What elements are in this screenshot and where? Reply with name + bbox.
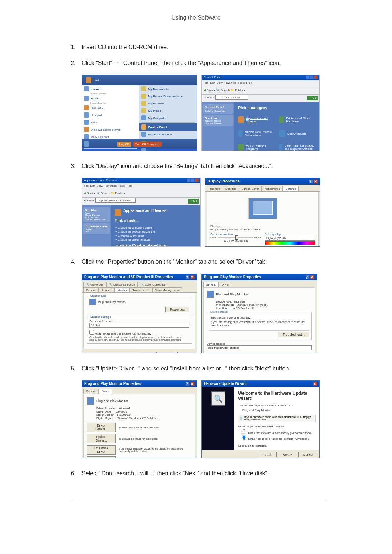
go-button[interactable]: → Go [307, 96, 318, 100]
tab-troubleshoot[interactable]: Troubleshoot [130, 287, 152, 292]
mg-tabs: General Driver [202, 280, 317, 287]
properties-button[interactable]: Properties [165, 307, 189, 312]
advanced-button[interactable]: Advanced [291, 246, 315, 247]
sm-item-wmp[interactable]: Windows Media Player [82, 126, 139, 133]
cp-cat-addremove[interactable]: Add or Remove Programs [238, 144, 275, 151]
tab-themes[interactable]: Themes [207, 186, 222, 191]
sm-item-music[interactable]: My Music [139, 107, 197, 114]
username: park [94, 79, 99, 82]
color-quality-select[interactable]: Highest (32 bit) [265, 236, 315, 241]
screenshot-row-3: Plug and Play Monitor and 3D Prophet III… [82, 274, 327, 353]
step-3: 3. Click "Display" icon and choose the "… [71, 162, 327, 171]
cp-body: Control Panel Switch to Classic View See… [202, 102, 319, 151]
am-tabs1: 🔧 GeForce3 🔧 Device Selection 🔧 Color Co… [82, 280, 197, 287]
back-button[interactable]: < Back [257, 452, 277, 457]
close-buttons[interactable]: ?✕ [185, 275, 195, 279]
am-title: Plug and Play Monitor and 3D Prophet III… [82, 274, 197, 280]
start-button[interactable]: start [85, 150, 91, 151]
rollback-button[interactable]: Roll Back Driver [87, 445, 116, 455]
dp-display-value: Plug and Play Monitor on 3D Prophet III [210, 228, 315, 231]
screenshot-row-1: park Internet Internet Explorer E-mail O… [82, 75, 327, 151]
update-driver-button[interactable]: Update Driver... [87, 434, 116, 443]
content-area: 1. Insert CD into the CD-ROM drive. 2. C… [0, 43, 392, 478]
cp-cat-network[interactable]: Network and Internet Connections [238, 130, 275, 137]
tab-geforce[interactable]: 🔧 GeForce3 [83, 282, 106, 287]
cp-toolbar: File Edit View Favorites Tools Help [202, 80, 319, 87]
tab-appearance[interactable]: Appearance [262, 186, 283, 191]
sm-item-mycomp[interactable]: My Computer [139, 114, 197, 122]
tab-driver[interactable]: Driver [219, 282, 232, 287]
hide-modes-check[interactable] [89, 330, 94, 335]
step-6: 6. Select "Don't search, I will..." then… [71, 469, 327, 478]
usage-select[interactable]: Use this device (enable) [207, 345, 312, 350]
logoff-button[interactable]: Log Off [117, 142, 131, 147]
sm-item-mydocs[interactable]: My Documents [139, 85, 197, 93]
cp-address: ◀ Back ▸ 🔍 Search 📁 Folders [202, 87, 319, 95]
sm-item-printers[interactable]: Printers and Faxes [139, 131, 197, 138]
close-buttons[interactable]: ?✕ [309, 179, 318, 184]
wizard-icon: 🔍 [211, 391, 225, 406]
sm-item-paint[interactable]: Paint [82, 119, 139, 126]
close-buttons[interactable]: ?✕ [305, 275, 314, 279]
sm-item-email[interactable]: E-mail [82, 95, 139, 102]
tab-general[interactable]: General [203, 282, 219, 287]
window-buttons[interactable] [187, 178, 199, 183]
screenshot-row-4: Plug and Play Monitor Properties ?✕ Gene… [82, 380, 327, 458]
monitor-icon [207, 291, 214, 298]
refresh-select[interactable]: 60 Hertz [89, 323, 189, 328]
cancel-button[interactable]: Cancel [298, 452, 318, 457]
resolution-slider[interactable] [218, 237, 253, 238]
ok-button[interactable]: OK [141, 352, 155, 353]
tab-colorcorr[interactable]: 🔧 Color Correction [138, 282, 168, 287]
troubleshoot-button[interactable]: Troubleshoot... [278, 332, 309, 337]
go-button[interactable]: → Go [188, 199, 199, 204]
tab-devsel[interactable]: 🔧 Device Selection [106, 282, 138, 287]
status-textarea: This device is working properly. If you … [209, 315, 309, 331]
cp-cat-date[interactable]: Date, Time, Language, and Regional Optio… [279, 144, 316, 151]
cp-cat-useracc[interactable]: User Accounts [279, 130, 316, 137]
step-number: 1. [71, 43, 82, 52]
window-buttons[interactable] [306, 75, 318, 80]
monitor-icon [87, 397, 94, 405]
driver-details-button[interactable]: Driver Details... [87, 423, 116, 432]
sm-item-msn[interactable]: MSN Explorer [82, 133, 139, 140]
at-address: Address Appearance and Themes → Go [82, 198, 200, 205]
sm-item-recent[interactable]: My Recent Documents ▸ [139, 93, 197, 100]
cp-cat-appearance[interactable]: Appearance and Themes [238, 116, 275, 123]
close-button[interactable]: ✕ [313, 382, 317, 386]
cp-cat-printers[interactable]: Printers and Other Hardware [279, 116, 316, 123]
troubleshoot-button[interactable]: Troubleshoot... [259, 246, 290, 247]
address-field[interactable]: Control Panel [215, 95, 248, 100]
steps-list-cont: 4. Click the "Properties" button on the … [71, 258, 327, 266]
sm-item-search[interactable]: Search [139, 147, 197, 151]
opt-list[interactable] [242, 435, 246, 440]
md-title: Plug and Play Monitor Properties ?✕ [82, 381, 197, 387]
apply-button[interactable]: Apply [177, 352, 195, 353]
tab-settings[interactable]: Settings [283, 186, 299, 191]
cp-heading: Pick a category [238, 106, 316, 110]
mg-title: Plug and Play Monitor Properties ?✕ [202, 274, 317, 280]
tab-driver[interactable]: Driver [99, 389, 112, 394]
turnoff-button[interactable]: Turn Off Computer [133, 142, 162, 147]
sm-item-pics[interactable]: My Pictures [139, 100, 197, 107]
uninstall-button[interactable]: Uninstall [87, 456, 116, 458]
start-menu-right: My Documents My Recent Documents ▸ My Pi… [139, 85, 197, 139]
tab-monitor[interactable]: Monitor [115, 287, 130, 292]
step-number: 4. [71, 258, 82, 266]
tab-general[interactable]: General [83, 389, 99, 394]
sm-item-notepad[interactable]: Notepad [82, 111, 139, 119]
tab-desktop[interactable]: Desktop [223, 186, 238, 191]
tab-screensaver[interactable]: Screen Saver [239, 186, 261, 191]
dp-title: Display Properties ?✕ [205, 178, 320, 185]
tab-adapter[interactable]: Adapter [99, 287, 114, 292]
next-button[interactable]: Next > [278, 452, 297, 457]
tab-general[interactable]: General [83, 287, 99, 292]
sm-item-hct[interactable]: HCT 10.0 [82, 104, 139, 111]
sm-item-controlpanel[interactable]: Control Panel [139, 123, 197, 131]
sm-item-internet[interactable]: Internet [82, 85, 139, 93]
opt-auto[interactable] [242, 429, 246, 434]
tab-colormgmt[interactable]: Color Management [152, 287, 182, 292]
cp-address-bar: Address Control Panel → Go [202, 95, 319, 102]
close-buttons[interactable]: ?✕ [185, 382, 195, 386]
cancel-button[interactable]: Cancel [156, 352, 176, 353]
